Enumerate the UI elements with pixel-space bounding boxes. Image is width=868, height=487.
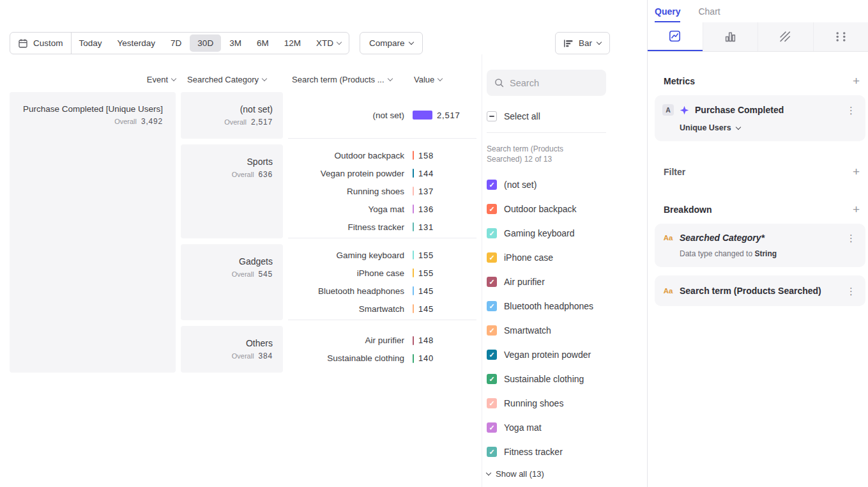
tab-query[interactable]: Query xyxy=(655,6,680,22)
overall-value: 384 xyxy=(259,352,273,360)
tab-chart[interactable]: Chart xyxy=(698,6,720,22)
category-name: Others xyxy=(191,338,273,348)
rows-block: Gaming keyboard 155 iPhone case 155 Blue… xyxy=(288,244,476,320)
metrics-heading: Metrics xyxy=(664,76,695,86)
segment-checkbox[interactable]: ✓ xyxy=(487,277,497,287)
table-row[interactable]: Bluetooth headphones 145 xyxy=(288,282,476,300)
segment-item[interactable]: ✓ Gaming keyboard xyxy=(487,221,606,245)
segment-checkbox[interactable]: ✓ xyxy=(487,180,497,190)
range-button-30d-selected[interactable]: 30D xyxy=(190,35,221,52)
segment-item[interactable]: ✓ Bluetooth headphones xyxy=(487,294,606,318)
table-row[interactable]: Outdoor backpack 158 xyxy=(288,146,476,164)
value-cell: 2,517 xyxy=(437,111,461,120)
event-title: Purchase Completed [Unique Users] xyxy=(22,104,163,114)
segment-checkbox[interactable]: ✓ xyxy=(487,447,497,457)
aggregation-selector[interactable]: Unique Users xyxy=(680,123,858,132)
search-input[interactable] xyxy=(510,78,598,88)
range-button-xtd[interactable]: XTD xyxy=(308,33,349,54)
chart-type-label: Bar xyxy=(579,38,592,48)
column-header-search-term[interactable]: Search term (Products ... xyxy=(288,75,413,84)
segment-item[interactable]: ✓ Outdoor backpack xyxy=(487,197,606,221)
category-card[interactable]: Others Overall384 xyxy=(181,326,283,373)
breakdown-card[interactable]: Aa Searched Category* ⋮ Data type change… xyxy=(655,224,865,267)
search-term-cell: Fitness tracker xyxy=(288,222,413,232)
range-button-6m[interactable]: 6M xyxy=(249,33,277,54)
segment-checkbox[interactable]: ✓ xyxy=(487,398,497,408)
table-row[interactable]: Air purifier 148 xyxy=(288,332,476,350)
select-all[interactable]: Select all xyxy=(487,111,606,121)
range-button-7d[interactable]: 7D xyxy=(163,33,189,54)
category-card[interactable]: (not set) Overall2,517 xyxy=(181,92,283,139)
checkmark-icon: ✓ xyxy=(489,352,494,359)
icon-tab-flows[interactable] xyxy=(813,22,868,51)
segment-checkbox[interactable]: ✓ xyxy=(487,422,497,433)
table-row[interactable]: Fitness tracker 131 xyxy=(288,218,476,236)
segment-item[interactable]: ✓ iPhone case xyxy=(487,245,606,270)
chevron-down-icon xyxy=(262,76,267,81)
segment-item[interactable]: ✓ Air purifier xyxy=(487,270,606,294)
segment-item[interactable]: ✓ (not set) xyxy=(487,173,606,197)
segment-item[interactable]: ✓ Fitness tracker xyxy=(487,440,606,464)
table-row[interactable]: (not set) 2,517 xyxy=(288,106,476,124)
select-all-label: Select all xyxy=(504,111,540,121)
checkmark-icon: ✓ xyxy=(489,254,494,261)
compare-button[interactable]: Compare xyxy=(360,32,423,54)
custom-date-button[interactable]: Custom xyxy=(10,33,71,54)
select-all-checkbox[interactable] xyxy=(487,111,497,121)
add-metric-button[interactable]: + xyxy=(853,75,860,87)
segment-item[interactable]: ✓ Sustainable clothing xyxy=(487,367,606,391)
search-term-cell: Air purifier xyxy=(288,336,413,345)
range-button-3m[interactable]: 3M xyxy=(222,33,249,54)
breakdown-menu-button[interactable]: ⋮ xyxy=(844,233,858,243)
metric-card[interactable]: A Purchase Completed ⋮ Unique Users xyxy=(655,95,865,141)
segment-item[interactable]: ✓ Smartwatch xyxy=(487,318,606,343)
table-row[interactable]: Sustainable clothing 140 xyxy=(288,350,476,367)
report-toolbar: Custom Today Yesterday 7D 30D 3M 6M 12M … xyxy=(0,0,647,54)
metric-menu-button[interactable]: ⋮ xyxy=(844,105,858,115)
breakdown-menu-button[interactable]: ⋮ xyxy=(844,286,858,296)
table-row[interactable]: Running shoes 137 xyxy=(288,182,476,200)
search-box[interactable] xyxy=(487,70,606,96)
show-all-button[interactable]: Show all (13) xyxy=(487,469,606,479)
segment-checkbox[interactable]: ✓ xyxy=(487,325,497,336)
checkmark-icon: ✓ xyxy=(489,449,494,456)
table-row[interactable]: Smartwatch 145 xyxy=(288,300,476,318)
segment-item[interactable]: ✓ Vegan protein powder xyxy=(487,343,606,367)
add-filter-button[interactable]: + xyxy=(853,166,860,178)
report-table: Event Searched Category Search term (Pro… xyxy=(0,54,482,487)
icon-tab-insights[interactable] xyxy=(648,22,703,51)
checkmark-icon: ✓ xyxy=(489,424,494,431)
segment-checkbox[interactable]: ✓ xyxy=(487,301,497,311)
icon-tab-bar-report[interactable] xyxy=(703,22,758,51)
add-breakdown-button[interactable]: + xyxy=(853,203,860,215)
range-button-yesterday[interactable]: Yesterday xyxy=(110,33,164,54)
column-header-event[interactable]: Event xyxy=(10,75,176,84)
table-row[interactable]: Gaming keyboard 155 xyxy=(288,246,476,264)
segment-item[interactable]: ✓ Yoga mat xyxy=(487,415,606,440)
category-card[interactable]: Gadgets Overall545 xyxy=(181,244,283,320)
icon-tab-retention[interactable] xyxy=(758,22,813,51)
column-header-category[interactable]: Searched Category xyxy=(181,75,283,84)
chevron-down-icon xyxy=(486,470,491,475)
table-row[interactable]: Yoga mat 136 xyxy=(288,200,476,218)
range-button-12m[interactable]: 12M xyxy=(277,33,308,54)
report-region: Custom Today Yesterday 7D 30D 3M 6M 12M … xyxy=(0,0,647,487)
table-row[interactable]: iPhone case 155 xyxy=(288,264,476,282)
chart-type-button[interactable]: Bar xyxy=(555,32,610,54)
segment-label: iPhone case xyxy=(504,252,553,263)
range-button-today[interactable]: Today xyxy=(72,33,110,54)
panel-tabs: Query Chart xyxy=(648,0,868,22)
segment-checkbox[interactable]: ✓ xyxy=(487,374,497,384)
segment-checkbox[interactable]: ✓ xyxy=(487,252,497,263)
category-card[interactable]: Sports Overall636 xyxy=(181,144,283,238)
event-card[interactable]: Purchase Completed [Unique Users] Overal… xyxy=(10,92,176,373)
breakdown-card[interactable]: Aa Search term (Products Searched) ⋮ xyxy=(655,275,865,306)
search-term-cell: Outdoor backpack xyxy=(288,151,413,160)
segment-checkbox[interactable]: ✓ xyxy=(487,350,497,360)
segment-checkbox[interactable]: ✓ xyxy=(487,228,497,238)
column-header-value[interactable]: Value xyxy=(413,75,476,84)
table-row[interactable]: Vegan protein powder 144 xyxy=(288,164,476,182)
segment-checkbox[interactable]: ✓ xyxy=(487,204,497,214)
segment-label: Outdoor backpack xyxy=(504,204,577,214)
segment-item[interactable]: ✓ Running shoes xyxy=(487,391,606,415)
